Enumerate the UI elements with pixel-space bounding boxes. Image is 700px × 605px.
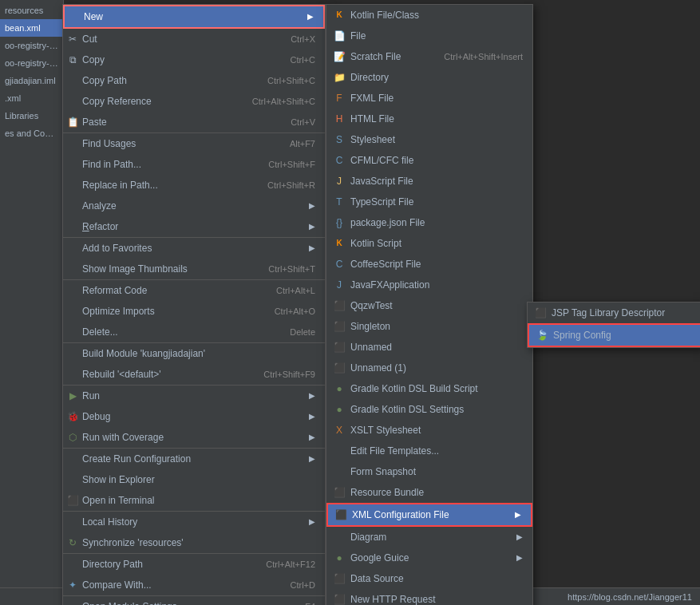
menu-item-optimize-imports[interactable]: Optimize Imports Ctrl+Alt+O [63, 301, 325, 322]
cfml-icon: C [333, 154, 346, 167]
submenu-item-gradle-settings[interactable]: ● Gradle Kotlin DSL Settings [326, 399, 532, 420]
favorites-icon [67, 243, 78, 254]
submenu-item-label: Edit File Templates... [350, 443, 439, 459]
menu-item-find-usages[interactable]: Find Usages Alt+F7 [63, 133, 325, 154]
rebuild-icon [67, 369, 78, 380]
menu-item-add-favorites[interactable]: Add to Favorites ▶ [63, 238, 325, 259]
submenu-item-cfml[interactable]: C CFML/CFC file [326, 150, 532, 171]
submenu-item-fxml[interactable]: F FXML File [326, 88, 532, 109]
arrow-icon: ▶ [515, 507, 521, 523]
submenu-item-file[interactable]: 📄 File [326, 26, 532, 46]
shortcut-label: Ctrl+C [291, 52, 315, 68]
menu-item-rebuild[interactable]: Rebuild '<default>' Ctrl+Shift+F9 [63, 364, 325, 386]
submenu-item-kotlin-file[interactable]: K Kotlin File/Class [326, 5, 532, 26]
scratch-icon: 📝 [333, 50, 346, 63]
submenu-item-resource-bundle[interactable]: ⬛ Resource Bundle [326, 482, 532, 503]
submenu-item-label: CFML/CFC file [350, 152, 413, 168]
menu-item-open-terminal[interactable]: ⬛ Open in Terminal [63, 490, 325, 512]
menu-item-copy[interactable]: ⧉ Copy Ctrl+C [63, 49, 325, 70]
menu-item-label: Replace in Path... [82, 177, 251, 193]
sidebar-item-registry1[interactable]: oo-registry-172 [0, 37, 63, 54]
menu-item-refactor[interactable]: Refactor ▶ [63, 216, 325, 238]
menu-item-label: Paste [82, 114, 275, 130]
submenu-item-coffeescript[interactable]: C CoffeeScript File [326, 254, 532, 275]
submenu-item-label: Scratch File [350, 49, 401, 65]
menu-item-run-coverage[interactable]: ⬡ Run with Coverage ▶ [63, 427, 325, 449]
singleton-icon: ⬛ [333, 320, 346, 333]
menu-item-copy-reference[interactable]: Copy Reference Ctrl+Alt+Shift+C [63, 91, 325, 112]
submenu-item-javafx[interactable]: J JavaFXApplication [326, 275, 532, 295]
menu-item-reformat[interactable]: Reformat Code Ctrl+Alt+L [63, 280, 325, 301]
context-menu: New ▶ ✂ Cut Ctrl+X ⧉ Copy Ctrl+C Copy Pa… [62, 4, 326, 605]
submenu-item-package-json[interactable]: {} package.json File [326, 212, 532, 233]
copy-ref-icon [67, 96, 78, 107]
submenu-item-unnamed[interactable]: ⬛ Unnamed [326, 337, 532, 358]
menu-item-run[interactable]: ▶ Run ▶ [63, 386, 325, 406]
submenu-item-qqzwtest[interactable]: ⬛ QqzwTest [326, 295, 532, 316]
coverage-icon: ⬡ [67, 432, 78, 443]
menu-item-delete[interactable]: Delete... Delete [63, 322, 325, 343]
submenu-item-edit-templates[interactable]: Edit File Templates... [326, 441, 532, 461]
submenu-item-singleton[interactable]: ⬛ Singleton [326, 316, 532, 337]
dir-path-icon [67, 559, 78, 570]
submenu-item-scratch[interactable]: 📝 Scratch File Ctrl+Alt+Shift+Insert [326, 46, 532, 67]
sidebar-item-gjiadajian[interactable]: gjiadajian.iml [0, 72, 63, 89]
menu-item-synchronize[interactable]: ↻ Synchronize 'resources' [63, 532, 325, 554]
menu-item-show-thumbnails[interactable]: Show Image Thumbnails Ctrl+Shift+T [63, 259, 325, 280]
sidebar-item-label: oo-registry-172 [5, 41, 63, 50]
menu-item-analyze[interactable]: Analyze ▶ [63, 196, 325, 216]
submenu-item-jsp-tag[interactable]: ⬛ JSP Tag Library Descriptor [528, 302, 700, 323]
menu-item-new[interactable]: New ▶ [63, 5, 325, 29]
submenu-item-javascript[interactable]: J JavaScript File [326, 171, 532, 192]
submenu-item-http-request[interactable]: ⬛ New HTTP Request [326, 589, 532, 605]
submenu-item-unnamed1[interactable]: ⬛ Unnamed (1) [326, 358, 532, 378]
menu-item-label: Add to Favorites [82, 240, 301, 256]
gradle-build-icon: ● [333, 382, 346, 395]
edit-templates-icon [333, 445, 346, 457]
sidebar-item-resources[interactable]: resources [0, 2, 63, 19]
submenu-item-xslt[interactable]: X XSLT Stylesheet [326, 420, 532, 441]
submenu-item-directory[interactable]: 📁 Directory [326, 67, 532, 88]
menu-item-local-history[interactable]: Local History ▶ [63, 512, 325, 532]
submenu-item-kotlin-script[interactable]: K Kotlin Script [326, 233, 532, 254]
submenu-item-google-guice[interactable]: ● Google Guice ▶ [326, 548, 532, 568]
menu-item-directory-path[interactable]: Directory Path Ctrl+Alt+F12 [63, 554, 325, 575]
sidebar: resources bean.xml oo-registry-172 oo-re… [0, 0, 64, 605]
submenu-item-diagram[interactable]: Diagram ▶ [326, 527, 532, 548]
menu-item-cut[interactable]: ✂ Cut Ctrl+X [63, 29, 325, 49]
sidebar-item-console[interactable]: es and Console [0, 125, 63, 142]
menu-item-build-module[interactable]: Build Module 'kuangjiadajian' [63, 343, 325, 364]
sidebar-item-libraries[interactable]: Libraries [0, 107, 63, 125]
submenu-item-form-snapshot[interactable]: Form Snapshot [326, 461, 532, 482]
menu-item-find-in-path[interactable]: Find in Path... Ctrl+Shift+F [63, 154, 325, 175]
menu-item-create-run-config[interactable]: Create Run Configuration ▶ [63, 449, 325, 469]
menu-item-paste[interactable]: 📋 Paste Ctrl+V [63, 112, 325, 133]
sidebar-item-bean[interactable]: bean.xml [0, 19, 63, 37]
submenu-item-html[interactable]: H HTML File [326, 109, 532, 129]
menu-item-label: Build Module 'kuangjiadajian' [82, 346, 315, 362]
submenu-item-stylesheet[interactable]: S Stylesheet [326, 129, 532, 150]
submenu-item-label: Kotlin Script [350, 235, 401, 251]
menu-item-open-module-settings[interactable]: Open Module Settings F4 [63, 596, 325, 605]
menu-item-replace-in-path[interactable]: Replace in Path... Ctrl+Shift+R [63, 175, 325, 196]
arrow-icon: ▶ [309, 429, 315, 445]
copy-icon: ⧉ [67, 54, 78, 65]
shortcut-label: Ctrl+Shift+T [268, 261, 315, 277]
submenu-item-gradle-build[interactable]: ● Gradle Kotlin DSL Build Script [326, 378, 532, 399]
submenu-item-xml-config[interactable]: ⬛ XML Configuration File ▶ [326, 503, 532, 527]
submenu-item-label: HTML File [350, 111, 394, 127]
menu-item-copy-path[interactable]: Copy Path Ctrl+Shift+C [63, 70, 325, 91]
guice-icon: ● [333, 552, 346, 564]
sidebar-item-registry2[interactable]: oo-registry-172 [0, 54, 63, 72]
submenu-item-label: TypeScript File [350, 194, 413, 210]
menu-item-debug[interactable]: 🐞 Debug ▶ [63, 406, 325, 427]
menu-item-compare-with[interactable]: ✦ Compare With... Ctrl+D [63, 575, 325, 596]
submenu-item-label: Directory [350, 69, 389, 85]
submenu-item-spring-config[interactable]: 🍃 Spring Config [528, 323, 700, 347]
submenu-item-data-source[interactable]: ⬛ Data Source [326, 568, 532, 589]
submenu-item-typescript[interactable]: T TypeScript File [326, 192, 532, 212]
menu-item-show-explorer[interactable]: Show in Explorer [63, 469, 325, 490]
menu-item-label: New [84, 9, 299, 25]
build-icon [67, 348, 78, 359]
sidebar-item-xml[interactable]: .xml [0, 89, 63, 107]
